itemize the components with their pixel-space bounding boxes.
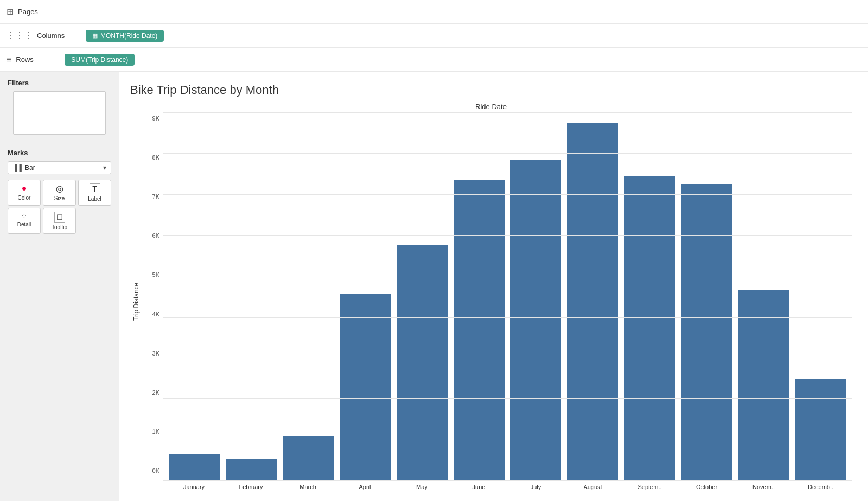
- bar-group[interactable]: [340, 115, 391, 481]
- marks-type-label: Bar: [25, 164, 35, 172]
- x-label: Septem..: [624, 481, 675, 490]
- tooltip-label: Tooltip: [52, 224, 67, 230]
- bars-and-yaxis: 0K1K2K3K4K5K6K7K8K9K JanuaryFebruaryMarc…: [143, 113, 852, 490]
- x-label: Decemb..: [795, 481, 846, 490]
- x-label: June: [453, 481, 505, 490]
- color-button[interactable]: ● Color: [8, 180, 41, 206]
- detail-button[interactable]: ⁘ Detail: [8, 208, 41, 234]
- y-tick: 9K: [143, 115, 159, 122]
- marks-section: Marks ▐▐ Bar ▾ ● Color ◎ Size T Label: [0, 143, 119, 240]
- y-axis-title: Trip Distance: [130, 113, 143, 490]
- size-label: Size: [54, 195, 65, 201]
- filters-title: Filters: [8, 79, 111, 87]
- columns-icon: ⋮⋮⋮: [7, 30, 33, 41]
- x-label: July: [510, 481, 561, 490]
- bar-group[interactable]: [397, 115, 448, 481]
- main-area: Filters Marks ▐▐ Bar ▾ ● Color ◎ Size: [0, 72, 868, 501]
- bars-container: JanuaryFebruaryMarchAprilMayJuneJulyAugu…: [163, 113, 852, 490]
- bar[interactable]: [738, 290, 789, 481]
- color-icon: ●: [22, 183, 27, 193]
- y-tick: 5K: [143, 271, 159, 278]
- x-axis-title: Ride Date: [130, 103, 852, 111]
- chart-canvas: 0K1K2K3K4K5K6K7K8K9K JanuaryFebruaryMarc…: [143, 113, 852, 490]
- bar-group[interactable]: [510, 115, 562, 481]
- marks-buttons-grid: ● Color ◎ Size T Label ⁘ Detail ☐ Tool: [8, 180, 111, 234]
- sidebar: Filters Marks ▐▐ Bar ▾ ● Color ◎ Size: [0, 72, 119, 501]
- y-tick: 2K: [143, 389, 159, 396]
- bar-group[interactable]: [795, 115, 846, 481]
- bar-group[interactable]: [226, 115, 277, 481]
- y-tick: 4K: [143, 311, 159, 318]
- x-label: May: [396, 481, 448, 490]
- x-label: Novem..: [738, 481, 789, 490]
- bar-group[interactable]: [567, 115, 618, 481]
- bar-group[interactable]: [283, 115, 334, 481]
- x-label: March: [282, 481, 334, 490]
- pages-label: Pages: [18, 8, 67, 16]
- bar-group[interactable]: [624, 115, 675, 481]
- chart-inner: Ride Date Trip Distance 0K1K2K3K4K5K6K7K…: [130, 103, 852, 490]
- size-icon: ◎: [56, 183, 63, 194]
- rows-icon: ≡: [7, 55, 11, 65]
- bar[interactable]: [340, 294, 391, 481]
- detail-icon: ⁘: [21, 212, 27, 220]
- bar[interactable]: [510, 160, 562, 481]
- x-label: April: [339, 481, 391, 490]
- bar[interactable]: [397, 245, 448, 481]
- chart-title: Bike Trip Distance by Month: [130, 83, 852, 97]
- bar[interactable]: [567, 123, 618, 481]
- x-labels: JanuaryFebruaryMarchAprilMayJuneJulyAugu…: [163, 481, 852, 490]
- columns-shelf: ⋮⋮⋮ Columns ▦ MONTH(Ride Date): [0, 24, 868, 48]
- bar[interactable]: [169, 454, 220, 481]
- dropdown-arrow-icon: ▾: [103, 164, 106, 172]
- label-button[interactable]: T Label: [78, 180, 111, 206]
- bar-group[interactable]: [681, 115, 732, 481]
- bar[interactable]: [681, 184, 732, 481]
- columns-pill[interactable]: ▦ MONTH(Ride Date): [86, 30, 164, 42]
- pages-shelf: ⊞ Pages: [0, 0, 868, 24]
- rows-label: Rows: [16, 55, 65, 64]
- label-icon: T: [90, 183, 100, 194]
- tooltip-button[interactable]: ☐ Tooltip: [43, 208, 76, 234]
- x-label: August: [567, 481, 618, 490]
- filters-content: [13, 91, 106, 135]
- y-tick: 0K: [143, 467, 159, 474]
- bar-group[interactable]: [454, 115, 505, 481]
- y-tick: 3K: [143, 350, 159, 357]
- marks-type-dropdown[interactable]: ▐▐ Bar ▾: [8, 161, 111, 174]
- bar[interactable]: [795, 379, 846, 481]
- color-label: Color: [18, 195, 31, 201]
- rows-pill[interactable]: SUM(Trip Distance): [65, 54, 135, 66]
- bar[interactable]: [226, 459, 277, 481]
- pages-icon: ⊞: [7, 7, 14, 17]
- y-tick: 6K: [143, 232, 159, 239]
- x-label: October: [681, 481, 732, 490]
- columns-label: Columns: [37, 31, 86, 40]
- y-ticks: 0K1K2K3K4K5K6K7K8K9K: [143, 113, 163, 490]
- calendar-icon: ▦: [92, 32, 98, 39]
- rows-shelf: ≡ Rows SUM(Trip Distance): [0, 48, 868, 72]
- x-label: January: [168, 481, 220, 490]
- chart-area: Bike Trip Distance by Month Ride Date Tr…: [119, 72, 868, 501]
- x-label: February: [225, 481, 277, 490]
- size-button[interactable]: ◎ Size: [43, 180, 76, 206]
- bar[interactable]: [624, 176, 675, 481]
- bar-chart-icon: ▐▐: [12, 164, 22, 172]
- bar-group[interactable]: [169, 115, 220, 481]
- detail-label: Detail: [17, 221, 31, 227]
- label-label: Label: [88, 196, 101, 202]
- filters-section: Filters: [0, 72, 119, 143]
- bar-group[interactable]: [738, 115, 789, 481]
- bars-area: [163, 113, 852, 481]
- bar[interactable]: [283, 436, 334, 481]
- chart-plot-area: Trip Distance 0K1K2K3K4K5K6K7K8K9K Janua…: [130, 113, 852, 490]
- y-tick: 8K: [143, 154, 159, 161]
- bar[interactable]: [454, 180, 505, 481]
- shelves-panel: ⊞ Pages ⋮⋮⋮ Columns ▦ MONTH(Ride Date) ≡…: [0, 0, 868, 72]
- y-tick: 1K: [143, 428, 159, 435]
- tooltip-icon: ☐: [54, 212, 65, 223]
- y-tick: 7K: [143, 193, 159, 200]
- marks-title: Marks: [8, 149, 111, 157]
